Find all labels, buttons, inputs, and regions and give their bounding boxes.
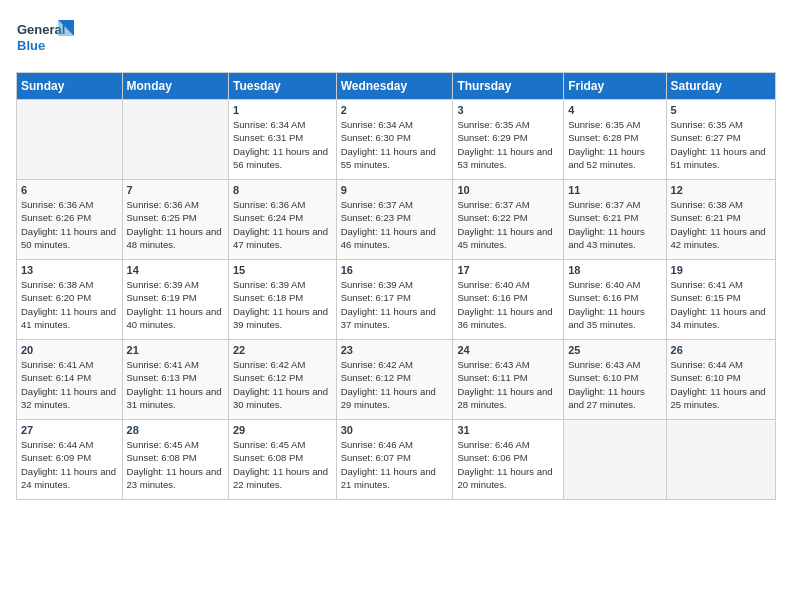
weekday-header-thursday: Thursday (453, 73, 564, 100)
cell-info: Sunrise: 6:38 AM Sunset: 6:20 PM Dayligh… (21, 278, 118, 331)
day-number: 11 (568, 184, 661, 196)
day-number: 27 (21, 424, 118, 436)
cell-info: Sunrise: 6:38 AM Sunset: 6:21 PM Dayligh… (671, 198, 771, 251)
calendar-cell: 29Sunrise: 6:45 AM Sunset: 6:08 PM Dayli… (229, 420, 337, 500)
calendar-cell: 12Sunrise: 6:38 AM Sunset: 6:21 PM Dayli… (666, 180, 775, 260)
day-number: 15 (233, 264, 332, 276)
day-number: 19 (671, 264, 771, 276)
calendar-cell: 22Sunrise: 6:42 AM Sunset: 6:12 PM Dayli… (229, 340, 337, 420)
weekday-header-friday: Friday (564, 73, 666, 100)
cell-info: Sunrise: 6:36 AM Sunset: 6:24 PM Dayligh… (233, 198, 332, 251)
cell-info: Sunrise: 6:44 AM Sunset: 6:10 PM Dayligh… (671, 358, 771, 411)
day-number: 30 (341, 424, 449, 436)
cell-info: Sunrise: 6:36 AM Sunset: 6:25 PM Dayligh… (127, 198, 224, 251)
day-number: 20 (21, 344, 118, 356)
cell-info: Sunrise: 6:40 AM Sunset: 6:16 PM Dayligh… (457, 278, 559, 331)
cell-info: Sunrise: 6:34 AM Sunset: 6:31 PM Dayligh… (233, 118, 332, 171)
week-row-4: 20Sunrise: 6:41 AM Sunset: 6:14 PM Dayli… (17, 340, 776, 420)
cell-info: Sunrise: 6:43 AM Sunset: 6:11 PM Dayligh… (457, 358, 559, 411)
weekday-header-tuesday: Tuesday (229, 73, 337, 100)
calendar-cell (666, 420, 775, 500)
cell-info: Sunrise: 6:37 AM Sunset: 6:23 PM Dayligh… (341, 198, 449, 251)
cell-info: Sunrise: 6:44 AM Sunset: 6:09 PM Dayligh… (21, 438, 118, 491)
week-row-2: 6Sunrise: 6:36 AM Sunset: 6:26 PM Daylig… (17, 180, 776, 260)
calendar-cell: 19Sunrise: 6:41 AM Sunset: 6:15 PM Dayli… (666, 260, 775, 340)
day-number: 3 (457, 104, 559, 116)
cell-info: Sunrise: 6:41 AM Sunset: 6:13 PM Dayligh… (127, 358, 224, 411)
day-number: 9 (341, 184, 449, 196)
calendar-cell: 27Sunrise: 6:44 AM Sunset: 6:09 PM Dayli… (17, 420, 123, 500)
day-number: 29 (233, 424, 332, 436)
cell-info: Sunrise: 6:46 AM Sunset: 6:07 PM Dayligh… (341, 438, 449, 491)
week-row-5: 27Sunrise: 6:44 AM Sunset: 6:09 PM Dayli… (17, 420, 776, 500)
weekday-header-wednesday: Wednesday (336, 73, 453, 100)
calendar-cell: 31Sunrise: 6:46 AM Sunset: 6:06 PM Dayli… (453, 420, 564, 500)
cell-info: Sunrise: 6:39 AM Sunset: 6:19 PM Dayligh… (127, 278, 224, 331)
logo: General Blue (16, 16, 76, 60)
week-row-1: 1Sunrise: 6:34 AM Sunset: 6:31 PM Daylig… (17, 100, 776, 180)
calendar-cell: 15Sunrise: 6:39 AM Sunset: 6:18 PM Dayli… (229, 260, 337, 340)
cell-info: Sunrise: 6:35 AM Sunset: 6:28 PM Dayligh… (568, 118, 661, 171)
calendar-cell (17, 100, 123, 180)
calendar-cell: 24Sunrise: 6:43 AM Sunset: 6:11 PM Dayli… (453, 340, 564, 420)
cell-info: Sunrise: 6:41 AM Sunset: 6:14 PM Dayligh… (21, 358, 118, 411)
calendar-cell: 9Sunrise: 6:37 AM Sunset: 6:23 PM Daylig… (336, 180, 453, 260)
day-number: 18 (568, 264, 661, 276)
cell-info: Sunrise: 6:39 AM Sunset: 6:17 PM Dayligh… (341, 278, 449, 331)
day-number: 17 (457, 264, 559, 276)
calendar-cell: 16Sunrise: 6:39 AM Sunset: 6:17 PM Dayli… (336, 260, 453, 340)
day-number: 5 (671, 104, 771, 116)
cell-info: Sunrise: 6:35 AM Sunset: 6:29 PM Dayligh… (457, 118, 559, 171)
day-number: 26 (671, 344, 771, 356)
cell-info: Sunrise: 6:45 AM Sunset: 6:08 PM Dayligh… (127, 438, 224, 491)
day-number: 2 (341, 104, 449, 116)
calendar-cell (122, 100, 228, 180)
calendar-cell: 28Sunrise: 6:45 AM Sunset: 6:08 PM Dayli… (122, 420, 228, 500)
weekday-header-saturday: Saturday (666, 73, 775, 100)
calendar-cell: 6Sunrise: 6:36 AM Sunset: 6:26 PM Daylig… (17, 180, 123, 260)
page-header: General Blue (16, 16, 776, 60)
cell-info: Sunrise: 6:37 AM Sunset: 6:21 PM Dayligh… (568, 198, 661, 251)
calendar-cell: 3Sunrise: 6:35 AM Sunset: 6:29 PM Daylig… (453, 100, 564, 180)
calendar-cell: 21Sunrise: 6:41 AM Sunset: 6:13 PM Dayli… (122, 340, 228, 420)
weekday-header-row: SundayMondayTuesdayWednesdayThursdayFrid… (17, 73, 776, 100)
calendar-cell: 18Sunrise: 6:40 AM Sunset: 6:16 PM Dayli… (564, 260, 666, 340)
day-number: 6 (21, 184, 118, 196)
day-number: 10 (457, 184, 559, 196)
cell-info: Sunrise: 6:45 AM Sunset: 6:08 PM Dayligh… (233, 438, 332, 491)
logo-svg: General Blue (16, 16, 76, 60)
cell-info: Sunrise: 6:46 AM Sunset: 6:06 PM Dayligh… (457, 438, 559, 491)
calendar-cell: 13Sunrise: 6:38 AM Sunset: 6:20 PM Dayli… (17, 260, 123, 340)
day-number: 24 (457, 344, 559, 356)
day-number: 4 (568, 104, 661, 116)
calendar-cell (564, 420, 666, 500)
cell-info: Sunrise: 6:41 AM Sunset: 6:15 PM Dayligh… (671, 278, 771, 331)
cell-info: Sunrise: 6:42 AM Sunset: 6:12 PM Dayligh… (233, 358, 332, 411)
day-number: 14 (127, 264, 224, 276)
day-number: 1 (233, 104, 332, 116)
calendar-cell: 20Sunrise: 6:41 AM Sunset: 6:14 PM Dayli… (17, 340, 123, 420)
calendar-cell: 7Sunrise: 6:36 AM Sunset: 6:25 PM Daylig… (122, 180, 228, 260)
day-number: 25 (568, 344, 661, 356)
calendar-cell: 5Sunrise: 6:35 AM Sunset: 6:27 PM Daylig… (666, 100, 775, 180)
day-number: 23 (341, 344, 449, 356)
weekday-header-monday: Monday (122, 73, 228, 100)
day-number: 7 (127, 184, 224, 196)
calendar-cell: 11Sunrise: 6:37 AM Sunset: 6:21 PM Dayli… (564, 180, 666, 260)
calendar-cell: 17Sunrise: 6:40 AM Sunset: 6:16 PM Dayli… (453, 260, 564, 340)
svg-text:Blue: Blue (17, 38, 45, 53)
day-number: 31 (457, 424, 559, 436)
cell-info: Sunrise: 6:36 AM Sunset: 6:26 PM Dayligh… (21, 198, 118, 251)
calendar-cell: 25Sunrise: 6:43 AM Sunset: 6:10 PM Dayli… (564, 340, 666, 420)
day-number: 28 (127, 424, 224, 436)
day-number: 22 (233, 344, 332, 356)
cell-info: Sunrise: 6:43 AM Sunset: 6:10 PM Dayligh… (568, 358, 661, 411)
calendar-cell: 30Sunrise: 6:46 AM Sunset: 6:07 PM Dayli… (336, 420, 453, 500)
cell-info: Sunrise: 6:40 AM Sunset: 6:16 PM Dayligh… (568, 278, 661, 331)
week-row-3: 13Sunrise: 6:38 AM Sunset: 6:20 PM Dayli… (17, 260, 776, 340)
cell-info: Sunrise: 6:37 AM Sunset: 6:22 PM Dayligh… (457, 198, 559, 251)
day-number: 21 (127, 344, 224, 356)
cell-info: Sunrise: 6:34 AM Sunset: 6:30 PM Dayligh… (341, 118, 449, 171)
day-number: 16 (341, 264, 449, 276)
day-number: 13 (21, 264, 118, 276)
